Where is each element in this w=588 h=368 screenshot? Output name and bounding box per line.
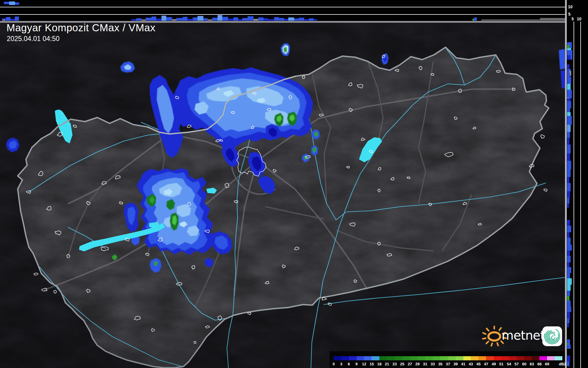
profile-echo-block — [228, 19, 233, 21]
profile-echo-block — [567, 345, 571, 349]
profile-echo-block — [258, 17, 263, 21]
profile-echo-block — [567, 132, 570, 138]
legend-tick-label: 43 — [469, 362, 473, 366]
profile-echo-block — [162, 16, 166, 21]
profile-echo-block — [9, 1, 15, 5]
relief-noise-coarse — [0, 0, 588, 368]
profile-echo-block — [567, 362, 569, 366]
profile-echo-block — [567, 84, 571, 90]
metnet-logo: metnet — [481, 324, 566, 349]
legend-tick-label: 41 — [461, 362, 465, 366]
legend-tick-label: 27 — [408, 362, 412, 366]
profile-echo-block — [151, 17, 156, 21]
profile-echo-block — [567, 296, 569, 301]
legend-tick-label: 69 — [545, 362, 549, 366]
profile-echo-block — [567, 90, 572, 98]
radar-composite-screen: Magyar Kompozit CMax / VMax 2025.04.01 0… — [0, 0, 588, 368]
right-panel-tick-10: 10 — [577, 17, 582, 21]
legend-tick-label: 21 — [385, 362, 389, 366]
legend-tick-label: 18 — [377, 362, 381, 366]
profile-echo-block — [567, 73, 570, 77]
vertical-divider — [565, 0, 567, 368]
legend-tick-label: 60 — [522, 362, 526, 366]
profile-echo-block — [172, 19, 176, 21]
legend-tick-label: 25 — [400, 362, 404, 366]
profile-echo-block — [567, 198, 569, 204]
profile-echo-block — [15, 2, 19, 5]
profile-echo-block — [253, 19, 258, 21]
legend-tick-label: 54 — [507, 362, 511, 366]
profile-echo-block — [288, 17, 294, 21]
profile-echo-block — [567, 267, 571, 273]
profile-echo-block — [187, 19, 193, 21]
legend-tick-label: 39 — [454, 362, 458, 366]
profile-echo-block — [309, 18, 314, 21]
legend-tick-label: 31 — [423, 362, 427, 366]
top-profile-panel — [0, 0, 565, 21]
profile-echo-block — [314, 19, 317, 21]
legend-tick-label: 33 — [431, 362, 435, 366]
profile-echo-block — [4, 2, 9, 4]
profile-echo-block — [567, 112, 571, 116]
top-panel-tick-5: 5 — [568, 12, 571, 17]
profile-echo-block — [540, 18, 565, 21]
profile-echo-block — [567, 125, 571, 132]
profile-echo-block — [567, 318, 569, 323]
legend-tick-label: 29 — [415, 362, 419, 366]
top-panel-tick-10: 10 — [568, 4, 573, 9]
legend-tick-label: 3 — [340, 362, 342, 366]
profile-echo-block — [567, 177, 569, 183]
profile-echo-block — [242, 18, 248, 21]
profile-echo-block — [567, 77, 571, 84]
legend-tick-label: 49 — [492, 362, 496, 366]
profile-echo-block — [15, 17, 19, 21]
profile-echo-block — [6, 17, 11, 21]
profile-echo-block — [146, 18, 151, 21]
profile-echo-block — [567, 307, 571, 312]
profile-echo-block — [218, 15, 222, 21]
profile-echo-block — [567, 273, 570, 278]
profile-echo-block — [567, 116, 572, 125]
profile-echo-block — [248, 16, 253, 21]
profile-echo-block — [567, 356, 570, 362]
profile-echo-block — [567, 251, 570, 256]
legend-tick-label: 57 — [515, 362, 519, 366]
profile-echo-block — [166, 17, 172, 21]
profile-echo-block — [567, 145, 571, 153]
profile-echo-block — [131, 19, 136, 21]
legend-tick-label: 6 — [348, 362, 350, 366]
profile-echo-block — [567, 170, 571, 177]
radar-map — [0, 0, 588, 368]
legend-tick-label: 45 — [476, 362, 480, 366]
profile-echo-block — [197, 16, 203, 21]
profile-echo-block — [481, 19, 540, 21]
profile-echo-block — [212, 18, 218, 21]
profile-echo-block — [567, 108, 570, 112]
profile-echo-block — [567, 238, 571, 245]
legend-labels: dBZ 036912151821232527293133353739414345… — [330, 351, 565, 368]
profile-echo-block — [279, 18, 284, 21]
profile-echo-block — [274, 17, 279, 21]
profile-echo-block — [567, 153, 570, 161]
logo-text: metnet — [502, 328, 545, 343]
legend-tick-label: 15 — [370, 362, 374, 366]
profile-echo-block — [567, 220, 570, 226]
legend-tick-label: 63 — [530, 362, 534, 366]
page-title: Magyar Kompozit CMax / VMax — [6, 22, 156, 34]
profile-echo-block — [2, 19, 5, 21]
legend-tick-label: 12 — [362, 362, 366, 366]
profile-echo-block — [567, 138, 569, 145]
profile-echo-block — [567, 55, 571, 60]
legend-tick-label: 23 — [393, 362, 397, 366]
profile-echo-block — [567, 262, 569, 267]
profile-echo-block — [567, 301, 571, 307]
profile-echo-block — [183, 17, 187, 21]
profile-echo-block — [567, 291, 570, 296]
timestamp: 2025.04.01 04:50 — [7, 35, 60, 43]
legend-tick-label: 9 — [355, 362, 358, 366]
profile-echo-block — [176, 18, 183, 21]
profile-echo-block — [567, 183, 571, 191]
profile-echo-block — [268, 19, 274, 21]
profile-echo-block — [141, 19, 146, 21]
profile-echo-block — [567, 161, 571, 170]
